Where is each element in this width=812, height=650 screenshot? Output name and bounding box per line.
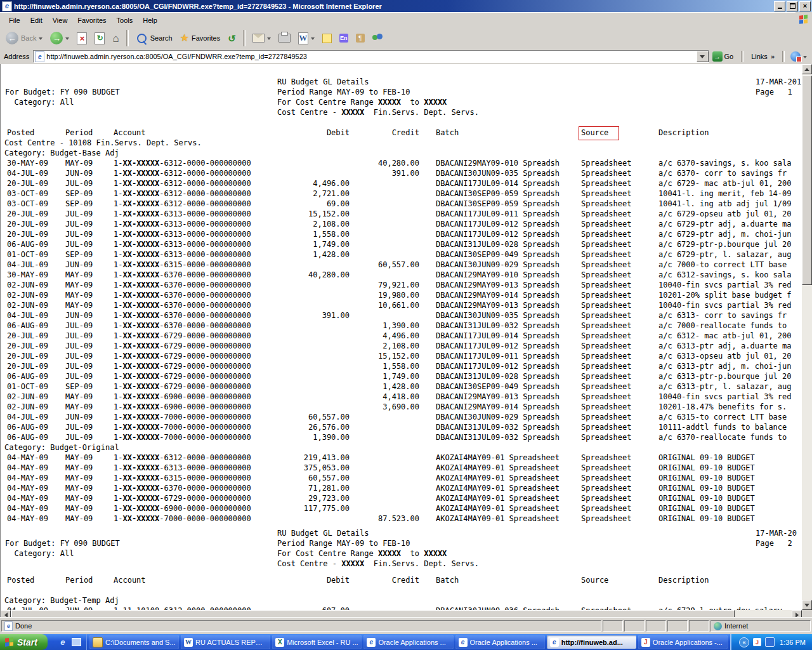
scroll-up-button[interactable] <box>802 64 812 74</box>
show-desktop-icon[interactable] <box>72 638 81 646</box>
account-mask: XX-XXXXX <box>122 514 159 523</box>
cell-posted: 30-MAY-09 <box>7 270 48 280</box>
history-button[interactable]: ↺ <box>225 28 239 48</box>
report-row: 20-JUL-09 JUL-09 1-XX-XXXXX-6313-0000-00… <box>2 209 802 219</box>
menu-item[interactable]: File <box>4 15 25 26</box>
account-prefix: 1- <box>114 159 122 168</box>
back-label: Back <box>21 34 36 42</box>
account-prefix: 1- <box>114 199 122 208</box>
vertical-scrollbar[interactable] <box>802 64 812 610</box>
cell-debit: 1,558.00 <box>275 229 350 239</box>
cell-period: SEP-09 <box>65 381 93 392</box>
back-dropdown-icon[interactable] <box>39 37 43 42</box>
menu-item[interactable]: Tools <box>112 15 138 26</box>
account-prefix: 1- <box>114 474 122 482</box>
research-button[interactable]: ¶ <box>353 28 368 48</box>
taskbar-button[interactable]: Microsoft Excel - RU ... <box>272 635 362 649</box>
taskbar-button[interactable]: Oracle Applications ... <box>455 635 545 649</box>
home-button[interactable]: ⌂ <box>109 28 122 48</box>
cell-batch: DBACANI17JUL09-014 Spreadsh <box>436 178 560 189</box>
display-tray-icon[interactable] <box>765 637 775 647</box>
cell-description: a/c 6313-ptr adj, a.duarte ma <box>658 341 792 351</box>
account-prefix: 1- <box>114 463 122 472</box>
account-prefix: 1- <box>114 514 122 523</box>
menu-item[interactable]: Help <box>138 15 162 26</box>
forward-dropdown-icon[interactable] <box>65 37 69 42</box>
stop-button[interactable]: × <box>74 28 90 48</box>
close-button[interactable]: × <box>799 1 811 11</box>
messenger-button[interactable] <box>369 28 386 48</box>
search-icon <box>137 34 147 43</box>
back-button[interactable]: ← Back <box>3 28 46 48</box>
links-button[interactable]: Links » <box>746 53 780 60</box>
links-label: Links <box>751 53 768 60</box>
taskbar-button[interactable]: RU ACTUALS REPOR... <box>181 635 270 649</box>
cell-batch: AKOZAI4MAY09-01 Spreadsheet <box>436 463 560 473</box>
cell-source: Spreadsheet <box>581 321 631 331</box>
edit-dropdown-icon[interactable] <box>311 37 315 42</box>
cell-description: a/c 6313-ptr, l. salazar, aug <box>658 381 792 392</box>
taskbar-button[interactable]: http://finuweb.ad... <box>547 635 636 649</box>
cell-account: 1-XX-XXXXX-6312-0000-000000000 <box>114 189 251 199</box>
discuss-note-icon <box>322 34 332 43</box>
menu-item[interactable]: Favorites <box>72 15 111 26</box>
research-icon: ¶ <box>356 34 365 43</box>
menu-item[interactable]: View <box>48 15 73 26</box>
col-batch: Batch <box>436 575 459 585</box>
cost-centre-text: Cost Centre - <box>277 108 341 117</box>
cell-batch: AKOZAI4MAY09-01 Spreadsheet <box>436 483 560 493</box>
restore-button[interactable] <box>787 1 798 11</box>
edit-with-word-button[interactable]: W <box>295 28 318 48</box>
addon-dropdown-icon[interactable] <box>803 56 807 60</box>
cell-source: Spreadsheet <box>581 229 631 239</box>
status-empty-pane <box>646 620 666 632</box>
translate-button[interactable]: En <box>336 28 351 48</box>
taskbar-button-icon <box>367 638 376 647</box>
scroll-down-button[interactable] <box>802 600 812 610</box>
report-header-line: RU Budget GL Details 17-MAR-20 <box>2 528 802 538</box>
mail-dropdown-icon[interactable] <box>267 37 271 42</box>
tray-chevron-icon[interactable]: « <box>739 637 749 647</box>
vertical-scroll-thumb[interactable] <box>802 76 812 285</box>
print-button[interactable] <box>275 28 294 48</box>
ie-quicklaunch-icon[interactable]: e <box>58 637 68 647</box>
favorites-button[interactable]: ★ Favorites <box>177 28 224 48</box>
cell-description: ORIGINAL 09-10 BUDGET <box>658 493 755 503</box>
taskbar-button[interactable]: Oracle Applications ... <box>363 635 453 649</box>
cell-period: MAY-09 <box>65 514 93 524</box>
period-range-p2: Period Range MAY-09 to FEB-10 <box>277 538 410 548</box>
cell-account: 1-XX-XXXXX-7000-0000-000000000 <box>114 432 251 442</box>
account-prefix: 1- <box>114 504 122 513</box>
report-row: 06-AUG-09 JUL-09 1-XX-XXXXX-7000-0000-00… <box>2 422 802 432</box>
start-button[interactable]: Start <box>0 634 48 650</box>
taskbar-button[interactable]: C:\Documents and S... <box>89 635 179 649</box>
account-suffix: -6729-0000-000000000 <box>159 494 251 503</box>
mail-button[interactable] <box>249 28 274 48</box>
forward-button[interactable]: → <box>47 28 72 48</box>
account-mask: XX-XXXXX <box>122 342 159 350</box>
col-description: Description <box>658 575 709 585</box>
discuss-button[interactable] <box>319 28 335 48</box>
report-row: 04-JUL-09 JUN-09 1-XX-XXXXX-6312-0000-00… <box>2 168 802 178</box>
section-label: Category: Budget-Original <box>2 442 802 453</box>
account-suffix: -6729-0000-000000000 <box>159 352 251 361</box>
cc-mask: XXXXX <box>341 108 364 117</box>
account-suffix: -6729-0000-000000000 <box>159 342 251 350</box>
cell-account: 1-XX-XXXXX-6370-0000-000000000 <box>114 270 251 280</box>
report-row: 06-AUG-09 JUL-09 1-XX-XXXXX-6729-0000-00… <box>2 371 802 381</box>
cell-batch: DBACANI30JUN09-029 Spreadsh <box>436 412 560 422</box>
address-dropdown-button[interactable] <box>697 51 709 62</box>
java-tray-icon[interactable]: J <box>753 638 761 646</box>
address-separator <box>741 51 743 62</box>
cell-period: JUL-09 <box>65 341 93 351</box>
address-input[interactable] <box>46 53 696 60</box>
translate-icon: En <box>339 34 348 43</box>
menu-item[interactable]: Edit <box>25 15 48 26</box>
minimize-button[interactable] <box>774 1 785 11</box>
taskbar-button[interactable]: Oracle Applications -... <box>638 635 728 649</box>
addon-button[interactable] <box>787 49 810 64</box>
search-button[interactable]: Search <box>133 28 176 48</box>
col-period: Period <box>65 128 93 138</box>
refresh-button[interactable]: ↻ <box>91 28 108 48</box>
go-button[interactable]: → Go <box>709 50 739 63</box>
